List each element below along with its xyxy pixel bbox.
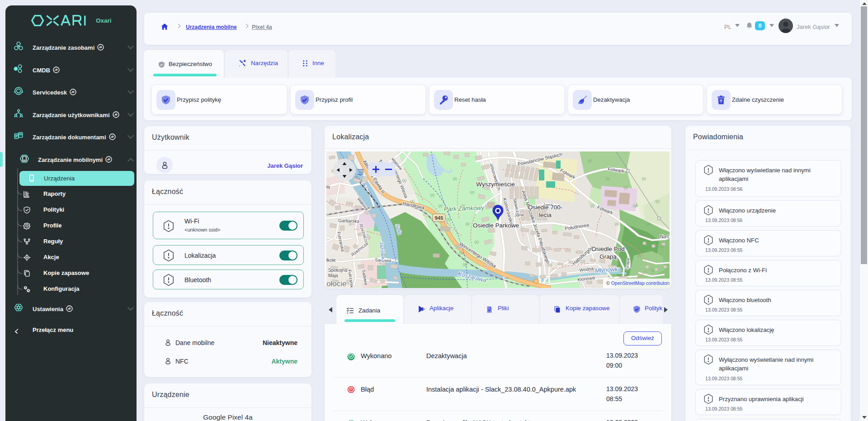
svg-text:Jana: Jana <box>514 212 524 218</box>
svg-text:Grapa: Grapa <box>624 257 630 270</box>
svg-text:ołocie: ołocie <box>326 279 346 288</box>
svg-text:łkole: łkole <box>326 258 336 263</box>
svg-text:Wyszymieście: Wyszymieście <box>476 181 514 188</box>
svg-text:Spokojna: Spokojna <box>328 268 347 273</box>
svg-text:© OpenStreetMap contributors: © OpenStreetMap contributors <box>606 280 670 286</box>
svg-text:Grapą: Grapą <box>599 253 617 260</box>
svg-text:lecia: lecia <box>539 212 552 218</box>
svg-text:Maja: Maja <box>328 273 338 278</box>
svg-text:Park Zamkowy: Park Zamkowy <box>444 204 485 213</box>
svg-text:Osiedle Pod: Osiedle Pod <box>591 246 625 252</box>
svg-text:Garbarska: Garbarska <box>338 218 359 224</box>
svg-text:ła: ła <box>326 184 330 189</box>
svg-text:Osiedle Parkowe: Osiedle Parkowe <box>473 222 519 229</box>
svg-text:Osiedle 700-: Osiedle 700- <box>528 204 563 211</box>
svg-text:Na G: Na G <box>660 234 670 239</box>
svg-text:945: 945 <box>434 215 443 221</box>
